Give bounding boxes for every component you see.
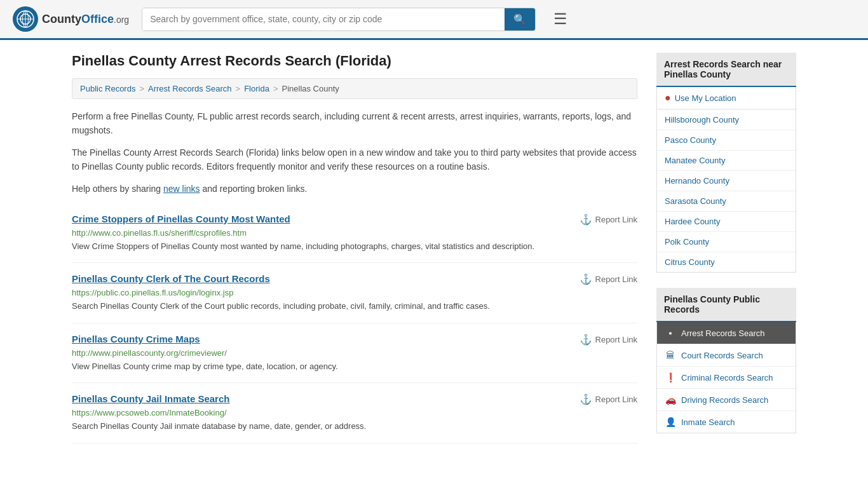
breadcrumb-sep-2: > (236, 84, 241, 93)
result-item: Pinellas County Clerk of The Court Recor… (72, 263, 637, 323)
report-icon: ⚓ (580, 273, 592, 285)
result-item: Pinellas County Crime Maps ⚓ Report Link… (72, 323, 637, 384)
location-icon: ● (665, 92, 671, 104)
description-p3: Help others by sharing new links and rep… (72, 182, 637, 196)
logo-icon (13, 6, 38, 32)
result-title-link[interactable]: Pinellas County Jail Inmate Search (72, 393, 229, 404)
description-p1: Perform a free Pinellas County, FL publi… (72, 109, 637, 138)
result-url: https://www.pcsoweb.com/InmateBooking/ (72, 408, 637, 417)
sidebar: Arrest Records Search near Pinellas Coun… (656, 53, 796, 449)
pr-list-item-driving: 🚗 Driving Records Search (657, 389, 796, 411)
result-url: http://www.co.pinellas.fl.us/sheriff/csp… (72, 228, 637, 238)
list-item: Hillsborough County (657, 110, 796, 130)
report-icon: ⚓ (580, 393, 592, 405)
result-desc: Search Pinellas County Jail inmate datab… (72, 420, 637, 433)
result-item: Crime Stoppers of Pinellas County Most W… (72, 203, 637, 264)
driving-icon: 🚗 (665, 395, 676, 405)
description-p2: The Pinellas County Arrest Records Searc… (72, 146, 637, 174)
list-item: Polk County (657, 232, 796, 252)
list-item: Hardee County (657, 212, 796, 232)
sidebar-item-hernando[interactable]: Hernando County (657, 171, 796, 191)
logo-link[interactable]: CountyOffice.org (13, 6, 129, 32)
breadcrumb: Public Records > Arrest Records Search >… (72, 78, 637, 99)
result-item: Pinellas County Jail Inmate Search ⚓ Rep… (72, 383, 637, 444)
logo-text: CountyOffice.org (42, 13, 129, 26)
report-icon: ⚓ (580, 334, 592, 346)
breadcrumb-florida[interactable]: Florida (244, 84, 269, 93)
header: CountyOffice.org 🔍 ☰ (0, 0, 868, 40)
public-records-section: Pinellas County Public Records ▪ Arrest … (656, 288, 796, 433)
pr-list-item-arrest: ▪ Arrest Records Search (657, 322, 796, 344)
page-title: Pinellas County Arrest Records Search (F… (72, 53, 637, 69)
sidebar-item-hardee[interactable]: Hardee County (657, 212, 796, 231)
sidebar-item-pasco[interactable]: Pasco County (657, 130, 796, 150)
new-links-link[interactable]: new links (163, 184, 200, 194)
list-item: Pasco County (657, 130, 796, 151)
search-bar: 🔍 (142, 8, 536, 31)
nearby-section: Arrest Records Search near Pinellas Coun… (656, 53, 796, 273)
nearby-list: ● Use My Location Hillsborough County Pa… (656, 87, 796, 273)
sidebar-item-polk[interactable]: Polk County (657, 232, 796, 252)
pr-link-criminal[interactable]: ❗ Criminal Records Search (657, 367, 796, 388)
report-link[interactable]: ⚓ Report Link (580, 393, 637, 405)
breadcrumb-current: Pinellas County (281, 84, 339, 93)
pr-list-item-court: 🏛 Court Records Search (657, 344, 796, 367)
pr-link-inmate[interactable]: 👤 Inmate Search (657, 411, 796, 433)
breadcrumb-sep-3: > (273, 84, 278, 93)
result-title-link[interactable]: Crime Stoppers of Pinellas County Most W… (72, 214, 290, 224)
search-icon: 🔍 (513, 14, 526, 25)
pr-link-driving[interactable]: 🚗 Driving Records Search (657, 389, 796, 410)
report-link[interactable]: ⚓ Report Link (580, 273, 637, 285)
search-button[interactable]: 🔍 (505, 8, 535, 30)
use-my-location-button[interactable]: ● Use My Location (657, 87, 796, 109)
sidebar-item-citrus[interactable]: Citrus County (657, 252, 796, 272)
list-item: Citrus County (657, 252, 796, 272)
results-list: Crime Stoppers of Pinellas County Most W… (72, 203, 637, 444)
nearby-header: Arrest Records Search near Pinellas Coun… (656, 53, 796, 87)
list-item: Hernando County (657, 171, 796, 191)
pr-link-arrest[interactable]: ▪ Arrest Records Search (657, 322, 796, 344)
result-desc: View Pinellas County crime map by crime … (72, 360, 637, 373)
main-content: Pinellas County Arrest Records Search (F… (72, 53, 637, 449)
sidebar-item-sarasota[interactable]: Sarasota County (657, 191, 796, 211)
pr-list-item-criminal: ❗ Criminal Records Search (657, 367, 796, 389)
breadcrumb-public-records[interactable]: Public Records (80, 84, 135, 93)
inmate-icon: 👤 (665, 417, 676, 427)
pr-link-court[interactable]: 🏛 Court Records Search (657, 344, 796, 366)
menu-button[interactable]: ☰ (553, 10, 567, 28)
sidebar-item-manatee[interactable]: Manatee County (657, 151, 796, 170)
list-item: Manatee County (657, 151, 796, 171)
result-desc: View Crime Stoppers of Pinellas County m… (72, 240, 637, 253)
sidebar-item-hillsborough[interactable]: Hillsborough County (657, 110, 796, 130)
breadcrumb-arrest-records[interactable]: Arrest Records Search (148, 84, 232, 93)
search-input[interactable] (142, 8, 505, 30)
result-url: http://www.pinellascounty.org/crimeviewe… (72, 348, 637, 358)
result-title-link[interactable]: Pinellas County Clerk of The Court Recor… (72, 273, 270, 284)
result-desc: Search Pinellas County Clerk of the Cour… (72, 300, 637, 313)
report-link[interactable]: ⚓ Report Link (580, 334, 637, 346)
criminal-icon: ❗ (665, 372, 676, 383)
result-title-link[interactable]: Pinellas County Crime Maps (72, 334, 200, 344)
pr-list-item-inmate: 👤 Inmate Search (657, 411, 796, 433)
report-icon: ⚓ (580, 214, 592, 226)
main-container: Pinellas County Arrest Records Search (F… (59, 40, 809, 461)
public-records-list: ▪ Arrest Records Search 🏛 Court Records … (656, 322, 796, 433)
use-my-location-item[interactable]: ● Use My Location (657, 87, 796, 110)
arrest-icon: ▪ (665, 328, 676, 338)
breadcrumb-sep-1: > (139, 84, 144, 93)
list-item: Sarasota County (657, 191, 796, 212)
report-link[interactable]: ⚓ Report Link (580, 214, 637, 226)
result-url: https://public.co.pinellas.fl.us/login/l… (72, 288, 637, 297)
public-records-header: Pinellas County Public Records (656, 288, 796, 322)
court-icon: 🏛 (665, 350, 676, 360)
